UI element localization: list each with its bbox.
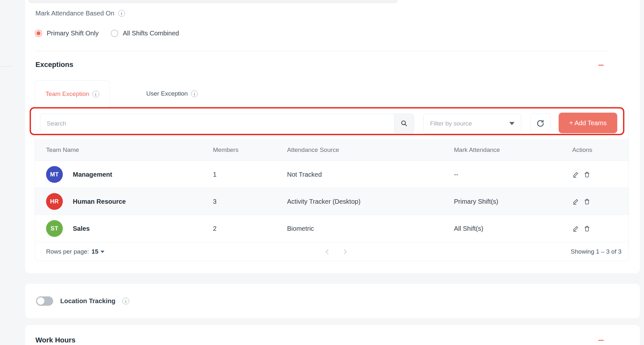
search-input[interactable] bbox=[40, 114, 414, 133]
pagination-bar: Rows per page: 15 Showing 1 – 3 of 3 bbox=[35, 242, 629, 261]
column-actions: Actions bbox=[572, 139, 592, 161]
rows-per-page-value: 15 bbox=[91, 248, 98, 255]
left-gutter-divider bbox=[0, 66, 12, 67]
search-icon bbox=[400, 120, 408, 127]
members-count: 1 bbox=[213, 161, 216, 188]
delete-icon[interactable] bbox=[583, 198, 591, 205]
table-row: HR Human Resource 3 Activity Tracker (De… bbox=[35, 188, 629, 215]
column-team-name: Team Name bbox=[46, 139, 79, 161]
mark-attendance: -- bbox=[454, 161, 458, 188]
mark-attendance: Primary Shift(s) bbox=[454, 188, 498, 215]
section-divider bbox=[35, 51, 608, 51]
search-box bbox=[40, 114, 414, 133]
location-tracking-card: Location Tracking i bbox=[25, 284, 640, 318]
exceptions-title: Exceptions bbox=[35, 61, 73, 69]
avatar: MT bbox=[46, 166, 63, 183]
members-count: 2 bbox=[213, 215, 216, 242]
members-count: 3 bbox=[213, 188, 216, 215]
avatar: HR bbox=[46, 193, 63, 210]
radio-primary-shift-only-label: Primary Shift Only bbox=[47, 30, 99, 37]
team-name: Sales bbox=[73, 215, 90, 242]
chevron-down-icon bbox=[101, 251, 104, 253]
tab-team-exception[interactable]: Team Exception i bbox=[35, 80, 110, 107]
team-name: Human Resource bbox=[73, 188, 126, 215]
refresh-icon bbox=[536, 119, 545, 128]
mark-attendance: All Shift(s) bbox=[454, 215, 483, 242]
rows-per-page-label: Rows per page: bbox=[46, 248, 89, 255]
radio-all-shifts-combined-label: All Shifts Combined bbox=[123, 30, 179, 37]
column-attendance-source: Attendance Source bbox=[287, 139, 339, 161]
chevron-down-icon bbox=[509, 122, 514, 125]
edit-icon[interactable] bbox=[572, 225, 579, 232]
delete-icon[interactable] bbox=[583, 171, 591, 178]
attendance-source: Activity Tracker (Desktop) bbox=[287, 188, 360, 215]
location-tracking-label: Location Tracking bbox=[60, 297, 115, 305]
tab-user-exception-label: User Exception bbox=[146, 90, 188, 97]
shift-basis-radio-group: Primary Shift Only All Shifts Combined bbox=[35, 30, 179, 37]
radio-all-shifts-combined[interactable]: All Shifts Combined bbox=[111, 30, 179, 37]
radio-selected-icon[interactable] bbox=[35, 30, 42, 37]
column-members: Members bbox=[213, 139, 238, 161]
work-hours-card: Work Hours bbox=[25, 325, 640, 345]
location-tracking-toggle[interactable] bbox=[36, 296, 53, 306]
info-icon[interactable]: i bbox=[191, 90, 198, 97]
radio-unselected-icon[interactable] bbox=[111, 30, 118, 37]
attendance-settings-card: Mark Attendance Based On i Primary Shift… bbox=[25, 0, 640, 273]
table-row: ST Sales 2 Biometric All Shift(s) bbox=[35, 215, 629, 242]
location-tracking-row: Location Tracking i bbox=[36, 284, 129, 318]
team-exception-panel: Filter by source + Add Teams Team Name M… bbox=[35, 107, 629, 261]
filter-by-source-dropdown[interactable]: Filter by source bbox=[423, 114, 521, 133]
cutoff-input-bottom bbox=[28, 0, 398, 3]
info-icon[interactable]: i bbox=[122, 298, 129, 304]
edit-icon[interactable] bbox=[572, 171, 579, 178]
team-name: Management bbox=[73, 161, 112, 188]
add-teams-button[interactable]: + Add Teams bbox=[559, 113, 617, 133]
delete-icon[interactable] bbox=[583, 225, 591, 232]
attendance-source: Biometric bbox=[287, 215, 314, 242]
next-page-icon[interactable] bbox=[341, 248, 349, 256]
info-icon[interactable]: i bbox=[92, 91, 99, 98]
mark-attendance-based-on-label: Mark Attendance Based On bbox=[35, 10, 114, 17]
showing-range-label: Showing 1 – 3 of 3 bbox=[571, 242, 621, 261]
table-header: Team Name Members Attendance Source Mark… bbox=[35, 139, 629, 161]
tab-user-exception[interactable]: User Exception i bbox=[135, 80, 209, 107]
attendance-source: Not Tracked bbox=[287, 161, 322, 188]
collapse-exceptions-icon[interactable] bbox=[598, 65, 604, 66]
avatar: ST bbox=[46, 220, 63, 237]
rows-per-page-select[interactable]: 15 bbox=[91, 248, 104, 255]
previous-page-icon[interactable] bbox=[323, 248, 331, 256]
work-hours-title: Work Hours bbox=[35, 336, 75, 344]
mark-attendance-based-on-row: Mark Attendance Based On i bbox=[35, 10, 125, 17]
info-icon[interactable]: i bbox=[118, 10, 125, 17]
collapse-work-hours-icon[interactable] bbox=[598, 340, 604, 341]
search-button[interactable] bbox=[394, 114, 414, 133]
filter-by-source-placeholder: Filter by source bbox=[430, 120, 472, 127]
rows-per-page: Rows per page: 15 bbox=[46, 242, 104, 261]
table-row: MT Management 1 Not Tracked -- bbox=[35, 161, 629, 188]
refresh-button[interactable] bbox=[530, 113, 551, 134]
tab-team-exception-label: Team Exception bbox=[45, 90, 89, 98]
toggle-knob bbox=[37, 297, 44, 305]
column-mark-attendance: Mark Attendance bbox=[454, 139, 500, 161]
radio-primary-shift-only[interactable]: Primary Shift Only bbox=[35, 30, 99, 37]
edit-icon[interactable] bbox=[572, 198, 579, 205]
